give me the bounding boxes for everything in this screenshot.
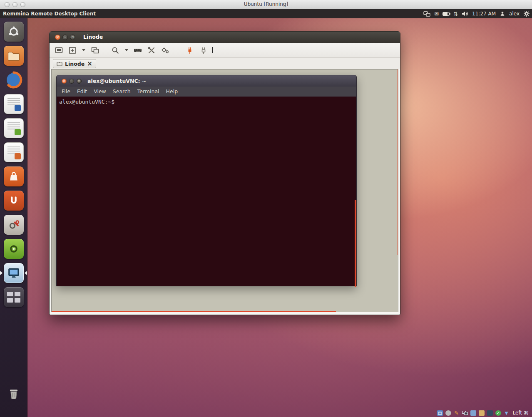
remote-desktop-view[interactable]: × – ▫ alex@ubuntuVNC: ~ File Edit View S…: [51, 69, 398, 312]
menu-file[interactable]: File: [58, 87, 74, 97]
remmina-window: × – ▫ Linode: [49, 31, 400, 315]
libreoffice-impress-icon[interactable]: [4, 142, 24, 162]
text-caret: [212, 47, 213, 53]
shell-prompt: alex@ubuntuVNC:~$: [59, 99, 114, 105]
viewport-icon[interactable]: [54, 45, 64, 55]
terminal-output[interactable]: alex@ubuntuVNC:~$: [57, 97, 356, 286]
libreoffice-calc-icon[interactable]: [4, 118, 24, 138]
remmina-titlebar[interactable]: × – ▫ Linode: [50, 32, 400, 43]
mouse-integration-icon[interactable]: ▼: [504, 410, 510, 416]
scaled-mode-icon[interactable]: [90, 45, 100, 55]
impress-badge: [15, 153, 21, 159]
menu-edit[interactable]: Edit: [74, 87, 90, 97]
top-panel: Remmina Remote Desktop Client ✉ ⇅ 11:27 …: [0, 9, 532, 18]
software-center-icon[interactable]: [4, 166, 24, 186]
volume-indicator-icon[interactable]: [462, 10, 468, 17]
terminal-window-buttons: × – ▫: [62, 79, 82, 84]
ubuntu-one-icon[interactable]: [4, 191, 24, 211]
trash-icon[interactable]: [4, 384, 24, 404]
user-icon: [500, 10, 505, 17]
maximize-icon[interactable]: ▫: [77, 79, 82, 84]
workspace-switcher-icon[interactable]: [4, 287, 24, 307]
remmina-toolbar: [50, 43, 400, 58]
indicator-area: ✉ ⇅ 11:27 AM alex: [423, 9, 530, 18]
active-app-title: Remmina Remote Desktop Client: [3, 9, 96, 18]
shared-folders-icon[interactable]: [479, 410, 485, 416]
close-icon[interactable]: ×: [55, 35, 60, 40]
plug-icon[interactable]: [199, 45, 209, 55]
workspace-grid: [7, 292, 20, 303]
tab-linode[interactable]: Linode ×: [53, 59, 96, 68]
redraw-artifact: [52, 311, 336, 312]
audio-icon[interactable]: ✎: [454, 410, 460, 416]
keyboard-grab-icon[interactable]: [133, 45, 143, 55]
tab-icon: [57, 61, 62, 66]
redraw-artifact: [355, 200, 356, 287]
running-indicator-arrow: [0, 271, 2, 275]
disconnect-icon[interactable]: [185, 45, 195, 55]
clock[interactable]: 11:27 AM: [472, 9, 496, 18]
user-menu[interactable]: alex: [509, 9, 520, 18]
desktop-wallpaper: × – ▫ Linode: [27, 18, 532, 417]
network-icon[interactable]: [462, 410, 468, 416]
vm-screen: Ubuntu [Running] Remmina Remote Desktop …: [0, 0, 532, 417]
fullscreen-icon[interactable]: [67, 45, 77, 55]
maximize-icon[interactable]: ▫: [70, 35, 75, 40]
minimize-icon[interactable]: –: [62, 35, 68, 40]
remmina-window-title: Linode: [83, 32, 103, 42]
minimize-icon[interactable]: –: [69, 79, 74, 84]
hdd-icon[interactable]: ▤: [437, 410, 443, 416]
terminal-menubar: File Edit View Search Terminal Help: [57, 87, 356, 97]
tools-icon[interactable]: [147, 45, 157, 55]
optical-drive-icon[interactable]: [445, 410, 451, 416]
preferences-icon[interactable]: [160, 45, 170, 55]
menu-view[interactable]: View: [90, 87, 109, 97]
remmina-icon[interactable]: [4, 263, 24, 283]
close-icon[interactable]: ×: [62, 79, 67, 84]
vm-titlebar: Ubuntu [Running]: [0, 0, 532, 9]
messaging-indicator-icon[interactable]: ✉: [434, 10, 439, 17]
system-settings-icon[interactable]: [4, 215, 24, 235]
tab-close-icon[interactable]: ×: [87, 61, 92, 67]
software-updater-icon[interactable]: [4, 239, 24, 259]
writer-badge: [15, 105, 21, 111]
firefox-icon[interactable]: [4, 70, 24, 90]
chevron-down-icon[interactable]: [81, 45, 86, 55]
display-icon[interactable]: [487, 410, 493, 416]
focused-indicator-arrow: [25, 271, 27, 275]
menu-terminal[interactable]: Terminal: [134, 87, 163, 97]
terminal-titlebar[interactable]: × – ▫ alex@ubuntuVNC: ~: [57, 75, 356, 87]
remmina-tabbar: Linode ×: [50, 58, 400, 69]
libreoffice-writer-icon[interactable]: [4, 94, 24, 114]
sync-indicator-icon[interactable]: ⇅: [453, 10, 458, 17]
network-indicator-icon[interactable]: [423, 10, 430, 17]
calc-badge: [15, 129, 21, 135]
chevron-down-icon[interactable]: [124, 45, 129, 55]
usb-icon[interactable]: [470, 410, 476, 416]
features-icon[interactable]: ✓: [495, 410, 501, 416]
terminal-title: alex@ubuntuVNC: ~: [87, 75, 146, 87]
document-lines: [7, 146, 20, 154]
menu-search[interactable]: Search: [109, 87, 134, 97]
vm-window-title: Ubuntu [Running]: [0, 0, 532, 9]
document-lines: [7, 98, 20, 105]
keyboard-indicator: Left ⌘: [512, 410, 529, 416]
battery-indicator-icon[interactable]: [443, 10, 450, 17]
tab-label: Linode: [65, 61, 85, 67]
unity-launcher: [0, 18, 27, 417]
redraw-artifact: [398, 70, 398, 255]
home-folder-icon[interactable]: [4, 46, 24, 66]
vbox-statusbar: ▤ ✎ ✓ ▼ Left ⌘: [437, 410, 529, 416]
terminal-window: × – ▫ alex@ubuntuVNC: ~ File Edit View S…: [56, 75, 357, 286]
document-lines: [7, 122, 20, 129]
window-buttons: × – ▫: [55, 35, 75, 40]
zoom-icon[interactable]: [110, 45, 120, 55]
dash-icon[interactable]: [4, 22, 24, 42]
menu-help[interactable]: Help: [163, 87, 181, 97]
session-gear-icon[interactable]: [523, 10, 530, 17]
